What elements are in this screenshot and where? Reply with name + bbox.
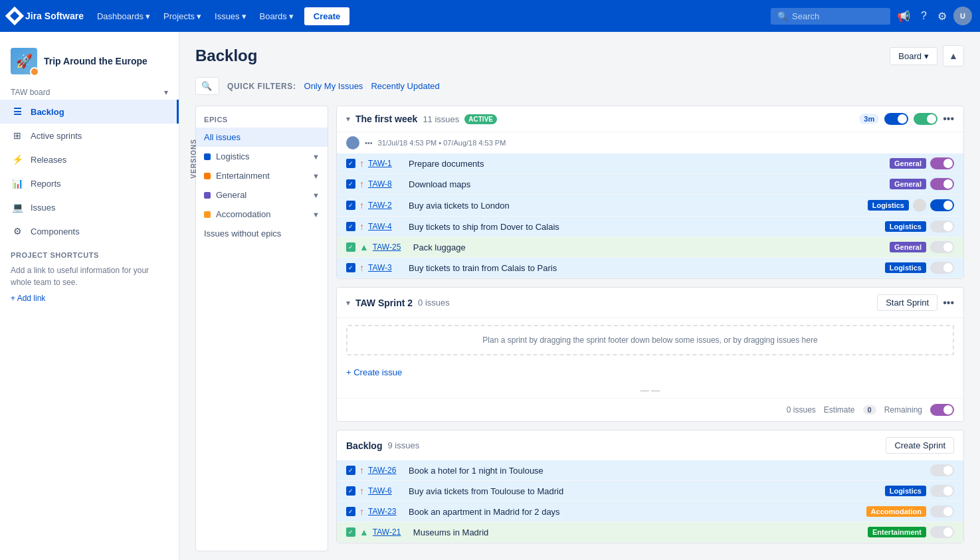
issue-row[interactable]: ✓ ↑ TAW-26 Book a hotel for 1 night in T… [337,460,963,481]
issue-toggle-taw21[interactable] [930,526,954,538]
issue-key-taw3[interactable]: TAW-3 [368,263,405,272]
releases-icon: ⚡ [11,153,24,166]
reports-icon: 📊 [11,177,24,190]
issue-toggle-taw3[interactable] [930,262,954,274]
priority-icon-taw1: ↑ [359,158,364,169]
sprint1-toggle-2[interactable] [914,113,937,125]
page-header: Backlog Board ▾ ▲ [195,45,964,66]
issue-key-taw4[interactable]: TAW-4 [368,222,405,231]
issue-row[interactable]: ✓ ↑ TAW-6 Buy avia tickets from Toulouse… [337,481,963,502]
issue-checkbox-taw3[interactable]: ✓ [346,263,355,272]
search-box[interactable]: 🔍 [771,8,890,25]
sprint2-remaining-toggle[interactable] [930,404,954,416]
add-link-button[interactable]: + Add link [0,291,179,306]
sprint1-toggle-1[interactable] [884,113,908,125]
issue-toggle-taw4[interactable] [930,221,954,233]
issue-row[interactable]: ✓ ↑ TAW-2 Buy avia tickets to London Log… [337,195,963,217]
filter-recently-updated[interactable]: Recently Updated [371,80,439,92]
avatar[interactable]: U [953,7,972,25]
issue-key-taw8[interactable]: TAW-8 [368,179,405,189]
sidebar-item-releases[interactable]: ⚡ Releases [0,147,179,171]
issue-checkbox-taw23[interactable]: ✓ [346,507,355,516]
issue-toggle-taw6[interactable] [930,485,954,497]
issue-row[interactable]: ✓ ▲ TAW-21 Museums in Madrid Entertainme… [337,522,963,543]
sprint1-menu[interactable]: ••• [943,113,954,125]
sprint1-meta-dots: ••• [365,139,373,147]
sprints-icon: ⊞ [11,129,24,142]
issue-key-taw21[interactable]: TAW-21 [373,527,409,537]
issue-summary-taw3: Buy tickets to train from Calais to Pari… [409,263,881,273]
issue-row[interactable]: ✓ ↑ TAW-3 Buy tickets to train from Cala… [337,258,963,278]
epic-tag-taw4: Logistics [885,221,926,232]
issue-checkbox-taw2[interactable]: ✓ [346,201,355,210]
start-sprint-button[interactable]: Start Sprint [877,294,937,311]
issue-key-taw1[interactable]: TAW-1 [368,159,405,168]
sidebar-item-backlog[interactable]: ☰ Backlog [0,100,179,124]
issue-toggle-taw2[interactable] [930,199,954,211]
issue-key-taw25[interactable]: TAW-25 [373,242,409,252]
nav-projects[interactable]: Projects ▾ [158,7,207,25]
sprint2-footer-estimate-label: Estimate [824,405,855,415]
nav-dashboards[interactable]: Dashboards ▾ [92,7,155,25]
notifications-icon[interactable]: 📢 [893,6,914,27]
epic-item-all[interactable]: All issues [196,128,328,147]
epic-item-accomodation[interactable]: Accomodation ▼ [196,205,328,224]
filter-search-box[interactable]: 🔍 [195,77,219,95]
issue-row[interactable]: ✓ ↑ TAW-4 Buy tickets to ship from Dover… [337,217,963,237]
components-icon: ⚙ [11,225,24,238]
sprint2-create-issue[interactable]: + Create issue [337,362,963,383]
board-button[interactable]: Board ▾ [890,47,937,65]
nav-boards[interactable]: Boards ▾ [254,7,299,25]
sprint2-chevron[interactable] [346,298,350,308]
issue-summary-taw4: Buy tickets to ship from Dover to Calais [409,222,881,232]
backlog-section: Backlog 9 issues Create Sprint ✓ ↑ TAW-2… [336,430,964,543]
issue-checkbox-taw26[interactable]: ✓ [346,466,355,475]
issue-key-taw6[interactable]: TAW-6 [368,486,405,496]
issue-checkbox-taw21[interactable]: ✓ [346,527,355,537]
sprint1-dates: 31/Jul/18 4:53 PM • 07/Aug/18 4:53 PM [378,139,506,147]
sidebar-item-reports[interactable]: 📊 Reports [0,171,179,195]
settings-icon[interactable]: ⚙ [933,6,951,27]
logo[interactable]: Jira Software [8,9,84,23]
issue-row[interactable]: ✓ ▲ TAW-25 Pack luggage General [337,237,963,258]
epic-item-without-epics[interactable]: Issues without epics [196,224,328,243]
help-icon[interactable]: ? [917,6,931,26]
collapse-button[interactable]: ▲ [943,45,964,66]
create-button[interactable]: Create [304,7,349,25]
search-input[interactable] [792,11,872,21]
issue-checkbox-taw8[interactable]: ✓ [346,179,355,189]
epic-item-entertainment[interactable]: Entertainment ▼ [196,166,328,185]
sidebar-item-issues-label: Issues [31,203,56,213]
issue-toggle-taw26[interactable] [930,464,954,476]
issue-checkbox-taw25[interactable]: ✓ [346,242,355,252]
sidebar-item-issues[interactable]: 💻 Issues [0,195,179,219]
board-chevron[interactable]: ▾ [164,88,168,97]
sidebar-item-components[interactable]: ⚙ Components [0,219,179,243]
issue-toggle-taw25[interactable] [930,241,954,253]
sprint1-chevron[interactable] [346,114,350,124]
sprint1-count: 11 issues [423,114,459,124]
issue-key-taw26[interactable]: TAW-26 [368,466,405,475]
sidebar-item-components-label: Components [31,227,80,236]
issue-checkbox-taw1[interactable]: ✓ [346,159,355,168]
issue-toggle-taw1[interactable] [930,157,954,169]
create-sprint-button[interactable]: Create Sprint [886,437,954,454]
sprint2-menu[interactable]: ••• [943,297,954,309]
priority-icon-taw21: ▲ [359,527,369,537]
issue-checkbox-taw6[interactable]: ✓ [346,486,355,496]
sidebar-item-active-sprints[interactable]: ⊞ Active sprints [0,124,179,147]
sidebar-nav: TAW board ▾ ☰ Backlog ⊞ Active sprints ⚡… [0,85,179,243]
issue-row[interactable]: ✓ ↑ TAW-1 Prepare documents General [337,153,963,174]
nav-issues[interactable]: Issues ▾ [209,7,252,25]
issue-key-taw2[interactable]: TAW-2 [368,201,405,210]
issue-key-taw23[interactable]: TAW-23 [368,507,405,516]
epic-item-logistics[interactable]: Logistics ▼ [196,147,328,166]
issue-row[interactable]: ✓ ↑ TAW-23 Book an apartment in Madrid f… [337,502,963,522]
issue-toggle-taw8[interactable] [930,178,954,190]
filter-my-issues[interactable]: Only My Issues [304,80,363,92]
issue-checkbox-taw4[interactable]: ✓ [346,222,355,231]
priority-icon-taw3: ↑ [359,262,364,273]
epic-item-general[interactable]: General ▼ [196,185,328,205]
issue-toggle-taw23[interactable] [930,506,954,517]
issue-row[interactable]: ✓ ↑ TAW-8 Download maps General [337,174,963,195]
